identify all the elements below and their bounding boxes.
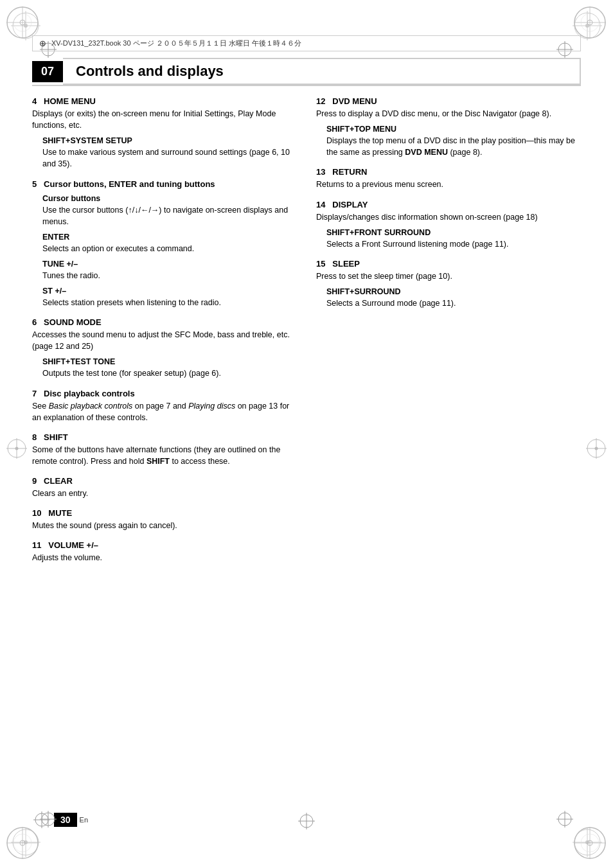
item5-sub1-title: Cursor buttons: [42, 194, 297, 203]
item8-number: 8: [32, 432, 41, 442]
item10-body: Mutes the sound (press again to cancel).: [32, 520, 297, 531]
chapter-header: 07 Controls and displays: [32, 58, 581, 86]
item4-body: Displays (or exits) the on-screen menu f…: [32, 108, 297, 131]
section-item13: 13 RETURN Returns to a previous menu scr…: [316, 167, 581, 190]
item5-sub2-body: Selects an option or executes a command.: [42, 243, 297, 254]
section-item9: 9 CLEAR Clears an entry.: [32, 476, 297, 499]
item4-title: 4 HOME MENU: [32, 96, 297, 106]
item5-sub2: ENTER Selects an option or executes a co…: [42, 233, 297, 254]
item15-title: 15 SLEEP: [316, 259, 581, 269]
item15-label: SLEEP: [332, 259, 360, 269]
item12-label: DVD MENU: [332, 96, 377, 106]
item6-sub1-body: Outputs the test tone (for speaker setup…: [42, 368, 297, 379]
item10-number: 10: [32, 508, 46, 518]
item12-bold-dvdmenu: DVD MENU: [405, 148, 448, 157]
reg-mark-mr: [585, 437, 608, 460]
section-item6: 6 SOUND MODE Accesses the sound menu to …: [32, 317, 297, 379]
section-item12: 12 DVD MENU Press to display a DVD disc …: [316, 96, 581, 158]
section-item4: 4 HOME MENU Displays (or exits) the on-s…: [32, 96, 297, 170]
item5-label: Cursor buttons, ENTER and tuning buttons: [44, 179, 215, 189]
item9-body: Clears an entry.: [32, 488, 297, 499]
item7-label: Disc playback controls: [44, 389, 135, 398]
item7-italic2: Playing discs: [188, 402, 235, 411]
section-item10: 10 MUTE Mutes the sound (press again to …: [32, 508, 297, 531]
item4-sub1-title: SHIFT+SYSTEM SETUP: [42, 136, 297, 145]
section-item5: 5 Cursor buttons, ENTER and tuning butto…: [32, 179, 297, 309]
item6-number: 6: [32, 317, 41, 327]
item13-label: RETURN: [332, 167, 367, 177]
item13-body: Returns to a previous menu screen.: [316, 179, 581, 190]
crosshair-bl-outer: [39, 810, 58, 831]
section-item14: 14 DISPLAY Displays/changes disc informa…: [316, 200, 581, 250]
crosshair-bottom-center: [297, 811, 316, 833]
item15-sub1-body: Selects a Surround mode (page 11).: [326, 297, 581, 309]
item10-title: 10 MUTE: [32, 508, 297, 518]
item11-number: 11: [32, 540, 46, 550]
item14-title: 14 DISPLAY: [316, 200, 581, 209]
item5-number: 5: [32, 179, 41, 189]
item14-label: DISPLAY: [332, 200, 368, 209]
item6-subsections: SHIFT+TEST TONE Outputs the test tone (f…: [32, 357, 297, 379]
item14-subsections: SHIFT+FRONT SURROUND Selects a Front Sur…: [316, 228, 581, 250]
item7-italic1: Basic playback controls: [49, 402, 133, 411]
item6-sub1: SHIFT+TEST TONE Outputs the test tone (f…: [42, 357, 297, 379]
item7-body: See Basic playback controls on page 7 an…: [32, 400, 297, 423]
item11-title: 11 VOLUME +/–: [32, 540, 297, 550]
section-item8: 8 SHIFT Some of the buttons have alterna…: [32, 432, 297, 467]
item5-subsections: Cursor buttons Use the cursor buttons (↑…: [32, 194, 297, 309]
item12-title: 12 DVD MENU: [316, 96, 581, 106]
item8-label: SHIFT: [44, 432, 68, 442]
item5-sub3-body: Tunes the radio.: [42, 270, 297, 281]
main-content: 4 HOME MENU Displays (or exits) the on-s…: [32, 96, 581, 572]
decorative-circle-br: [573, 826, 608, 863]
item8-title: 8 SHIFT: [32, 432, 297, 442]
item15-sub1-title: SHIFT+SURROUND: [326, 287, 581, 296]
item14-sub1-title: SHIFT+FRONT SURROUND: [326, 228, 581, 237]
item5-sub4-body: Selects station presets when listening t…: [42, 297, 297, 308]
item4-sub1: SHIFT+SYSTEM SETUP Use to make various s…: [42, 136, 297, 170]
crosshair-br-inner: [555, 810, 574, 831]
item4-label: HOME MENU: [44, 96, 96, 106]
decorative-circle-bl: [5, 826, 40, 863]
decorative-circle-tl: [5, 5, 40, 42]
item10-label: MUTE: [48, 508, 72, 518]
item9-number: 9: [32, 476, 41, 486]
item12-sub1-title: SHIFT+TOP MENU: [326, 125, 581, 134]
item7-number: 7: [32, 389, 41, 398]
section-item11: 11 VOLUME +/– Adjusts the volume.: [32, 540, 297, 563]
item11-label: VOLUME +/–: [48, 540, 98, 550]
item5-sub3-title: TUNE +/–: [42, 260, 297, 269]
item12-sub1-body: Displays the top menu of a DVD disc in t…: [326, 135, 581, 158]
item14-body: Displays/changes disc information shown …: [316, 211, 581, 223]
item14-number: 14: [316, 200, 330, 209]
left-column: 4 HOME MENU Displays (or exits) the on-s…: [32, 96, 297, 572]
item6-sub1-title: SHIFT+TEST TONE: [42, 357, 297, 366]
chapter-title: Controls and displays: [63, 58, 581, 85]
item9-title: 9 CLEAR: [32, 476, 297, 486]
item6-body: Accesses the sound menu to adjust the SF…: [32, 329, 297, 352]
item14-sub1-body: Selects a Front Surround listening mode …: [326, 238, 581, 250]
chapter-number: 07: [32, 61, 63, 82]
item12-body: Press to display a DVD disc menu, or the…: [316, 108, 581, 120]
item5-sub4-title: ST +/–: [42, 287, 297, 296]
item4-sub1-body: Use to make various system and surround …: [42, 146, 297, 170]
item5-sub2-title: ENTER: [42, 233, 297, 242]
item15-body: Press to set the sleep timer (page 10).: [316, 270, 581, 282]
item13-title: 13 RETURN: [316, 167, 581, 177]
item5-sub1: Cursor buttons Use the cursor buttons (↑…: [42, 194, 297, 227]
item6-title: 6 SOUND MODE: [32, 317, 297, 327]
reg-mark-ml: [5, 437, 28, 460]
item6-label: SOUND MODE: [44, 317, 102, 327]
section-item15: 15 SLEEP Press to set the sleep timer (p…: [316, 259, 581, 309]
item7-title: 7 Disc playback controls: [32, 389, 297, 398]
item8-body: Some of the buttons have alternate funct…: [32, 444, 297, 467]
item14-sub1: SHIFT+FRONT SURROUND Selects a Front Sur…: [326, 228, 581, 250]
item15-subsections: SHIFT+SURROUND Selects a Surround mode (…: [316, 287, 581, 309]
item9-label: CLEAR: [44, 476, 73, 486]
item5-title: 5 Cursor buttons, ENTER and tuning butto…: [32, 179, 297, 189]
item12-subsections: SHIFT+TOP MENU Displays the top menu of …: [316, 125, 581, 158]
item12-sub1: SHIFT+TOP MENU Displays the top menu of …: [326, 125, 581, 158]
section-item7: 7 Disc playback controls See Basic playb…: [32, 389, 297, 423]
item11-body: Adjusts the volume.: [32, 552, 297, 563]
decorative-circle-tr: [573, 5, 608, 42]
